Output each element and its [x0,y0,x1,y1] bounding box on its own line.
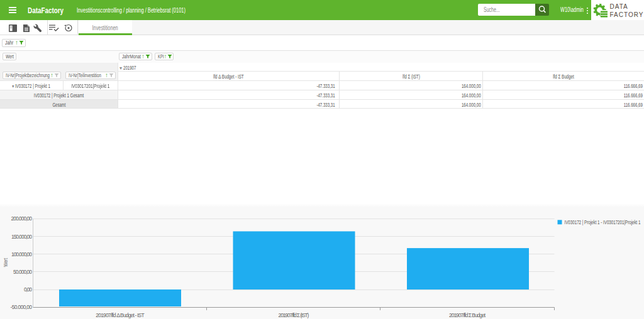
svg-text:Wert: Wert [3,258,9,267]
svg-text:-50.000,00: -50.000,00 [11,304,33,310]
svg-text:150.000,00: 150.000,00 [11,234,32,240]
svg-text:201907/lfd Σ (IST): 201907/lfd Σ (IST) [279,312,309,318]
svg-text:0,00: 0,00 [24,286,32,293]
svg-text:200.000,00: 200.000,00 [11,215,33,222]
svg-text:201907/lfd Δ Budget - IST: 201907/lfd Δ Budget - IST [96,312,144,318]
svg-text:201907/lfd Σ Budget: 201907/lfd Σ Budget [449,312,486,318]
svg-text:100.000,00: 100.000,00 [11,251,32,257]
svg-text:IV030172 | Projekt 1 - IV03017: IV030172 | Projekt 1 - IV03017201|Projek… [565,219,641,225]
svg-text:50.000,00: 50.000,00 [13,269,32,275]
